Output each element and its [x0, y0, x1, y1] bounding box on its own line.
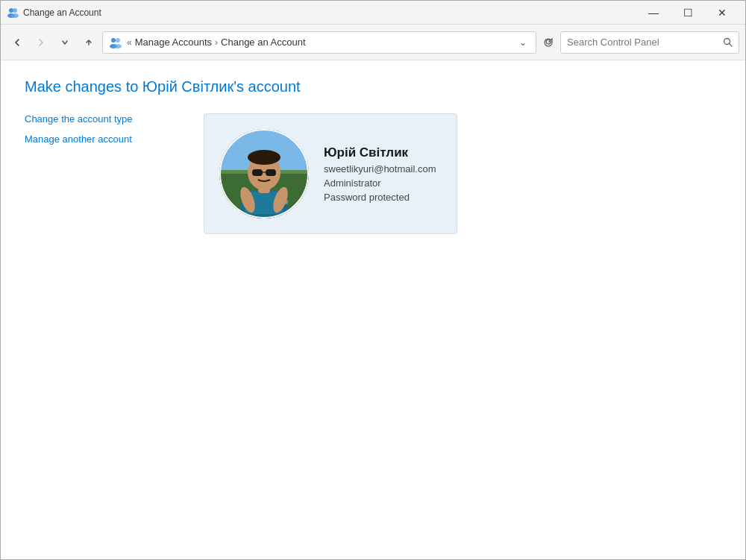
- svg-point-5: [116, 38, 120, 43]
- svg-point-3: [11, 13, 19, 18]
- window-title: Change an Account: [23, 7, 636, 18]
- search-input[interactable]: [567, 37, 718, 48]
- navigation-bar: « Manage Accounts › Change an Account ⌄: [1, 25, 745, 60]
- close-button[interactable]: ✕: [705, 1, 739, 25]
- up-button[interactable]: [78, 32, 99, 53]
- window-controls: — ☐ ✕: [636, 1, 739, 25]
- avatar: [219, 129, 309, 218]
- left-links: Change the account type Manage another a…: [25, 113, 174, 145]
- breadcrumb-arrow: ›: [215, 37, 218, 48]
- breadcrumb-change-account: Change an Account: [221, 37, 305, 48]
- content-layout: Change the account type Manage another a…: [25, 113, 721, 234]
- address-bar-icon: [109, 36, 122, 49]
- search-bar[interactable]: [560, 31, 739, 54]
- account-info: Юрій Світлик sweetlikyuri@hotmail.com Ad…: [324, 145, 436, 203]
- account-type: Administrator: [324, 177, 436, 189]
- svg-line-9: [730, 44, 733, 47]
- refresh-button[interactable]: [539, 34, 557, 51]
- main-window: Change an Account — ☐ ✕: [0, 0, 746, 560]
- breadcrumb: « Manage Accounts › Change an Account: [127, 37, 512, 48]
- svg-rect-20: [252, 169, 263, 176]
- manage-another-account-link[interactable]: Manage another account: [25, 133, 174, 145]
- content-area: Make changes to Юрій Світлик's account C…: [1, 60, 745, 559]
- breadcrumb-separator: «: [127, 37, 132, 48]
- forward-button[interactable]: [31, 32, 51, 53]
- address-bar[interactable]: « Manage Accounts › Change an Account ⌄: [102, 31, 536, 54]
- window-icon: [7, 7, 19, 19]
- page-title: Make changes to Юрій Світлик's account: [25, 78, 721, 95]
- minimize-button[interactable]: —: [636, 1, 671, 25]
- maximize-button[interactable]: ☐: [671, 1, 705, 25]
- search-button[interactable]: [723, 37, 733, 47]
- svg-point-4: [111, 38, 116, 43]
- account-password-status: Password protected: [324, 192, 436, 203]
- recent-locations-button[interactable]: [54, 32, 75, 53]
- title-bar: Change an Account — ☐ ✕: [1, 1, 745, 25]
- svg-point-19: [248, 150, 280, 165]
- breadcrumb-manage-accounts[interactable]: Manage Accounts: [135, 37, 212, 48]
- account-card: Юрій Світлик sweetlikyuri@hotmail.com Ad…: [204, 113, 457, 234]
- svg-point-1: [13, 8, 17, 13]
- svg-rect-21: [266, 169, 276, 176]
- change-account-type-link[interactable]: Change the account type: [25, 113, 174, 125]
- svg-point-7: [114, 44, 122, 48]
- address-dropdown-icon[interactable]: ⌄: [516, 36, 530, 49]
- account-name: Юрій Світлик: [324, 145, 436, 160]
- back-button[interactable]: [7, 32, 28, 53]
- left-panel: Change the account type Manage another a…: [25, 113, 174, 234]
- account-email: sweetlikyuri@hotmail.com: [324, 163, 436, 174]
